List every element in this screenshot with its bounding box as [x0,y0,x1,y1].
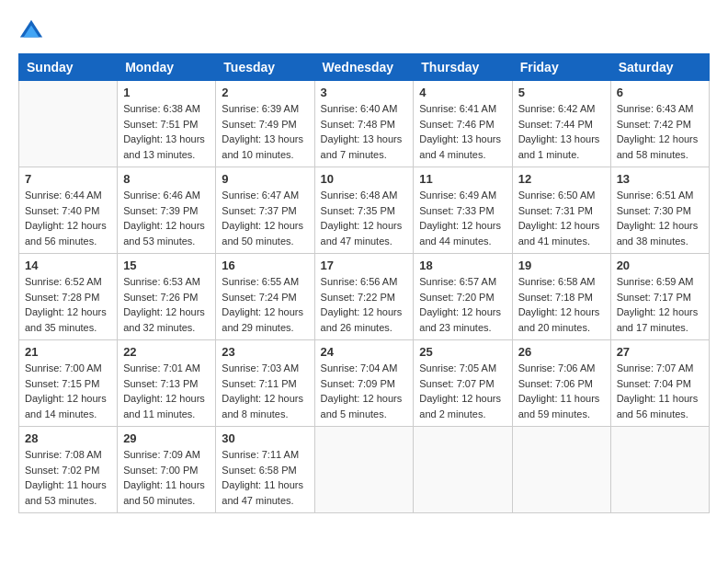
logo-icon [18,18,44,44]
column-header-saturday: Saturday [610,54,709,81]
day-number: 25 [419,345,506,359]
day-number: 1 [123,86,210,99]
day-info: Sunrise: 7:07 AMSunset: 7:04 PMDaylight:… [617,361,703,421]
day-info: Sunrise: 6:55 AMSunset: 7:24 PMDaylight:… [222,274,308,335]
day-number: 3 [321,86,408,99]
day-number: 11 [419,172,506,186]
calendar-cell: 15 Sunrise: 6:53 AMSunset: 7:26 PMDaylig… [118,254,216,340]
day-number: 19 [518,259,605,272]
day-number: 26 [518,345,605,359]
day-number: 21 [25,345,111,359]
calendar-cell: 2 Sunrise: 6:39 AMSunset: 7:49 PMDayligh… [216,81,314,167]
day-number: 23 [222,345,308,359]
day-number: 24 [321,345,408,359]
day-number: 22 [123,345,210,359]
calendar-cell: 27 Sunrise: 7:07 AMSunset: 7:04 PMDaylig… [610,340,709,427]
day-info: Sunrise: 7:03 AMSunset: 7:11 PMDaylight:… [222,361,308,421]
day-number: 12 [518,172,605,186]
day-number: 4 [419,86,506,99]
column-header-friday: Friday [512,54,610,81]
calendar-cell: 3 Sunrise: 6:40 AMSunset: 7:48 PMDayligh… [314,81,414,167]
calendar-cell: 10 Sunrise: 6:48 AMSunset: 7:35 PMDaylig… [314,167,414,254]
calendar-cell: 23 Sunrise: 7:03 AMSunset: 7:11 PMDaylig… [216,340,314,427]
calendar-cell: 12 Sunrise: 6:50 AMSunset: 7:31 PMDaylig… [512,167,610,254]
calendar-cell: 21 Sunrise: 7:00 AMSunset: 7:15 PMDaylig… [19,340,118,427]
day-info: Sunrise: 6:41 AMSunset: 7:46 PMDaylight:… [419,101,506,162]
calendar-week-row: 28 Sunrise: 7:08 AMSunset: 7:02 PMDaylig… [19,427,710,513]
day-number: 8 [123,172,210,186]
calendar-cell: 26 Sunrise: 7:06 AMSunset: 7:06 PMDaylig… [512,340,610,427]
calendar-cell: 14 Sunrise: 6:52 AMSunset: 7:28 PMDaylig… [19,254,118,340]
day-info: Sunrise: 6:52 AMSunset: 7:28 PMDaylight:… [25,274,111,335]
calendar-cell: 30 Sunrise: 7:11 AMSunset: 6:58 PMDaylig… [216,427,314,513]
day-info: Sunrise: 6:40 AMSunset: 7:48 PMDaylight:… [321,101,408,162]
day-number: 10 [321,172,408,186]
calendar-cell: 1 Sunrise: 6:38 AMSunset: 7:51 PMDayligh… [118,81,216,167]
calendar-cell: 25 Sunrise: 7:05 AMSunset: 7:07 PMDaylig… [414,340,512,427]
day-number: 18 [419,259,506,272]
calendar-week-row: 1 Sunrise: 6:38 AMSunset: 7:51 PMDayligh… [19,81,710,167]
calendar-cell: 18 Sunrise: 6:57 AMSunset: 7:20 PMDaylig… [414,254,512,340]
day-info: Sunrise: 7:08 AMSunset: 7:02 PMDaylight:… [25,447,111,508]
day-number: 2 [222,86,308,99]
day-info: Sunrise: 6:44 AMSunset: 7:40 PMDaylight:… [25,188,111,248]
day-info: Sunrise: 6:42 AMSunset: 7:44 PMDaylight:… [518,101,605,162]
day-info: Sunrise: 7:01 AMSunset: 7:13 PMDaylight:… [123,361,210,421]
calendar-cell: 22 Sunrise: 7:01 AMSunset: 7:13 PMDaylig… [118,340,216,427]
calendar-cell: 8 Sunrise: 6:46 AMSunset: 7:39 PMDayligh… [118,167,216,254]
calendar-cell: 4 Sunrise: 6:41 AMSunset: 7:46 PMDayligh… [414,81,512,167]
calendar-cell: 16 Sunrise: 6:55 AMSunset: 7:24 PMDaylig… [216,254,314,340]
calendar-cell [314,427,414,513]
day-info: Sunrise: 6:38 AMSunset: 7:51 PMDaylight:… [123,101,210,162]
day-number: 9 [222,172,308,186]
day-info: Sunrise: 6:51 AMSunset: 7:30 PMDaylight:… [617,188,703,248]
calendar-cell: 19 Sunrise: 6:58 AMSunset: 7:18 PMDaylig… [512,254,610,340]
day-info: Sunrise: 6:58 AMSunset: 7:18 PMDaylight:… [518,274,605,335]
calendar-cell: 17 Sunrise: 6:56 AMSunset: 7:22 PMDaylig… [314,254,414,340]
day-info: Sunrise: 6:57 AMSunset: 7:20 PMDaylight:… [419,274,506,335]
column-header-tuesday: Tuesday [216,54,314,81]
day-number: 6 [617,86,703,99]
column-header-monday: Monday [118,54,216,81]
calendar-cell [610,427,709,513]
day-info: Sunrise: 6:49 AMSunset: 7:33 PMDaylight:… [419,188,506,248]
day-info: Sunrise: 7:09 AMSunset: 7:00 PMDaylight:… [123,447,210,508]
day-info: Sunrise: 6:56 AMSunset: 7:22 PMDaylight:… [321,274,408,335]
day-number: 5 [518,86,605,99]
calendar-body: 1 Sunrise: 6:38 AMSunset: 7:51 PMDayligh… [19,81,710,513]
calendar-cell: 6 Sunrise: 6:43 AMSunset: 7:42 PMDayligh… [610,81,709,167]
day-info: Sunrise: 7:06 AMSunset: 7:06 PMDaylight:… [518,361,605,421]
day-info: Sunrise: 6:59 AMSunset: 7:17 PMDaylight:… [617,274,703,335]
calendar-cell: 9 Sunrise: 6:47 AMSunset: 7:37 PMDayligh… [216,167,314,254]
calendar-cell: 20 Sunrise: 6:59 AMSunset: 7:17 PMDaylig… [610,254,709,340]
page-header [18,18,710,44]
day-number: 20 [617,259,703,272]
calendar-cell [19,81,118,167]
day-info: Sunrise: 6:53 AMSunset: 7:26 PMDaylight:… [123,274,210,335]
logo [18,18,48,44]
calendar-cell: 11 Sunrise: 6:49 AMSunset: 7:33 PMDaylig… [414,167,512,254]
day-number: 7 [25,172,111,186]
column-header-wednesday: Wednesday [314,54,414,81]
calendar-cell: 7 Sunrise: 6:44 AMSunset: 7:40 PMDayligh… [19,167,118,254]
day-info: Sunrise: 6:50 AMSunset: 7:31 PMDaylight:… [518,188,605,248]
calendar-cell [512,427,610,513]
calendar-cell: 29 Sunrise: 7:09 AMSunset: 7:00 PMDaylig… [118,427,216,513]
day-info: Sunrise: 7:11 AMSunset: 6:58 PMDaylight:… [222,447,308,508]
day-info: Sunrise: 6:39 AMSunset: 7:49 PMDaylight:… [222,101,308,162]
day-number: 29 [123,431,210,445]
calendar-cell: 24 Sunrise: 7:04 AMSunset: 7:09 PMDaylig… [314,340,414,427]
day-info: Sunrise: 6:48 AMSunset: 7:35 PMDaylight:… [321,188,408,248]
day-number: 15 [123,259,210,272]
calendar-cell: 28 Sunrise: 7:08 AMSunset: 7:02 PMDaylig… [19,427,118,513]
calendar-header-row: SundayMondayTuesdayWednesdayThursdayFrid… [19,54,710,81]
day-number: 17 [321,259,408,272]
calendar-table: SundayMondayTuesdayWednesdayThursdayFrid… [18,53,710,513]
day-number: 28 [25,431,111,445]
day-info: Sunrise: 6:47 AMSunset: 7:37 PMDaylight:… [222,188,308,248]
calendar-cell [414,427,512,513]
calendar-cell: 5 Sunrise: 6:42 AMSunset: 7:44 PMDayligh… [512,81,610,167]
day-number: 30 [222,431,308,445]
day-info: Sunrise: 7:05 AMSunset: 7:07 PMDaylight:… [419,361,506,421]
day-number: 14 [25,259,111,272]
